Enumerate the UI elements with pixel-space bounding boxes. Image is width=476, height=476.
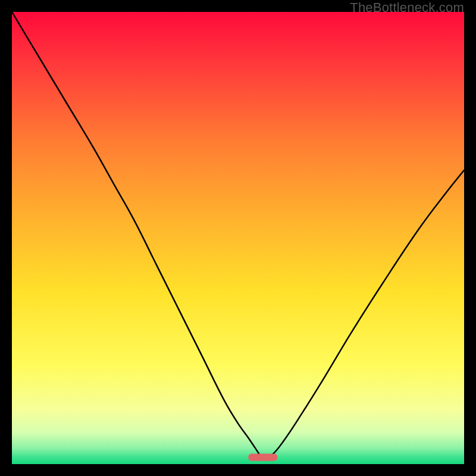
gradient-background: [12, 12, 464, 464]
bottleneck-chart: [12, 12, 464, 464]
watermark-text: TheBottleneck.com: [350, 0, 464, 15]
plot-area: [12, 12, 464, 464]
optimal-marker: [248, 454, 277, 461]
chart-frame: TheBottleneck.com: [0, 0, 476, 476]
